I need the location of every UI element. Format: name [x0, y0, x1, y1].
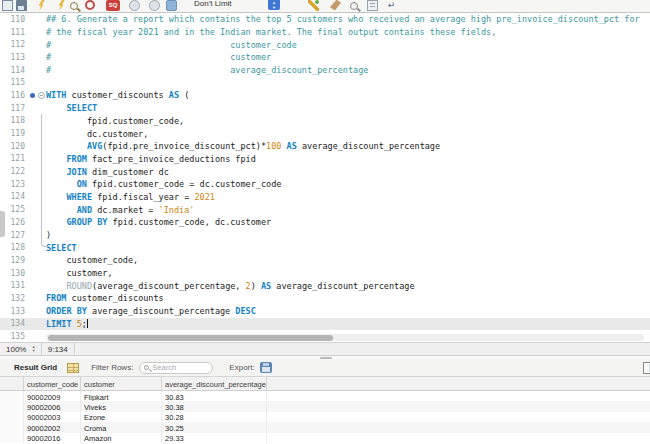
code-text: SELECT: [46, 103, 97, 113]
code-line[interactable]: 112# customer_code: [0, 38, 650, 51]
code-line[interactable]: 132FROM customer_discounts: [0, 292, 650, 305]
explain-icon[interactable]: [70, 2, 78, 10]
code-text: # the fiscal year 2021 and in the Indian…: [46, 27, 496, 37]
mysql-workbench-window: SQ Don't Limit ▲▼ ↵ 110## 6. Generate a …: [0, 0, 650, 444]
code-text: dc.customer,: [46, 129, 148, 139]
column-header[interactable]: customer_code: [24, 377, 81, 390]
wrap-text-icon[interactable]: ↵: [386, 0, 397, 11]
table-cell[interactable]: Ezone: [81, 412, 162, 422]
stop-on-error-icon[interactable]: SQ: [106, 0, 120, 11]
execute-icon[interactable]: [36, 0, 47, 11]
code-line[interactable]: 125 AND dc.market = 'India': [0, 203, 650, 216]
table-cell[interactable]: 30.28: [162, 412, 267, 422]
autocommit-icon[interactable]: [166, 0, 177, 11]
code-line[interactable]: 116WITH customer_discounts AS (: [0, 89, 650, 102]
line-number: 115: [0, 78, 28, 87]
column-header[interactable]: customer: [81, 377, 162, 390]
code-line[interactable]: 117 SELECT: [0, 102, 650, 115]
find-icon[interactable]: [350, 2, 358, 10]
code-line[interactable]: 127): [0, 229, 650, 242]
row-selector-cell[interactable]: [0, 412, 24, 422]
scrollbar-thumb[interactable]: [48, 335, 333, 341]
rollback-icon[interactable]: [149, 0, 160, 11]
table-cell[interactable]: Croma: [81, 422, 162, 432]
code-line[interactable]: 113# customer: [0, 51, 650, 64]
code-line[interactable]: 124 WHERE fpid.fiscal_year = 2021: [0, 191, 650, 204]
row-selector-cell[interactable]: [0, 433, 24, 443]
code-line[interactable]: 121 FROM fact_pre_invoice_deductions fpi…: [0, 153, 650, 166]
table-cell[interactable]: 30.25: [162, 422, 267, 432]
commit-icon[interactable]: [129, 0, 140, 11]
cleanup-brush-icon[interactable]: [330, 0, 341, 11]
empty-column-header: [267, 377, 650, 390]
line-number: 112: [0, 40, 28, 49]
filter-search-input[interactable]: [152, 363, 210, 372]
row-selector-cell[interactable]: [0, 391, 24, 401]
code-text: # average_discount_percentage: [46, 65, 368, 75]
save-script-icon[interactable]: [16, 0, 27, 11]
panel-toggle-icon[interactable]: [643, 362, 650, 374]
zoom-stepper[interactable]: ▴▾: [32, 345, 34, 353]
open-script-icon[interactable]: [2, 0, 13, 11]
line-number: 123: [0, 180, 28, 189]
code-line[interactable]: 133ORDER BY average_discount_percentage …: [0, 305, 650, 318]
table-row[interactable]: 90002009Flipkart30.83: [0, 391, 650, 401]
row-selector-cell[interactable]: [0, 422, 24, 432]
code-line[interactable]: 110## 6. Generate a report which contain…: [0, 13, 650, 26]
code-text: FROM fact_pre_invoice_deductions fpid: [46, 154, 256, 164]
table-cell[interactable]: 90002002: [24, 422, 81, 432]
table-cell[interactable]: 29.33: [162, 433, 267, 443]
table-cell[interactable]: 90002003: [24, 412, 81, 422]
table-row[interactable]: 90002006Viveks30.38: [0, 401, 650, 411]
dropdown-arrows-icon[interactable]: ▲▼: [268, 0, 280, 10]
column-header[interactable]: average_discount_percentage: [162, 377, 267, 390]
code-line[interactable]: 123 ON fpid.customer_code = dc.customer_…: [0, 178, 650, 191]
code-line[interactable]: 111# the fiscal year 2021 and in the Ind…: [0, 26, 650, 39]
table-cell[interactable]: Flipkart: [81, 391, 162, 401]
code-line[interactable]: 131 ROUND(average_discount_percentage, 2…: [0, 279, 650, 292]
filter-rows-label: Filter Rows:: [91, 363, 133, 372]
code-line[interactable]: 134LIMIT 5;: [0, 318, 650, 331]
code-line[interactable]: 115: [0, 76, 650, 89]
export-recordset-icon[interactable]: [260, 362, 272, 373]
code-line[interactable]: 122 JOIN dim_customer dc: [0, 165, 650, 178]
code-line[interactable]: 128SELECT: [0, 241, 650, 254]
code-line[interactable]: 118 fpid.customer_code,: [0, 115, 650, 128]
row-selector-cell[interactable]: [0, 401, 24, 411]
line-number: 117: [0, 104, 28, 113]
table-row[interactable]: 90002002Croma30.25: [0, 422, 650, 432]
table-cell[interactable]: 30.38: [162, 401, 267, 411]
table-cell[interactable]: 30.83: [162, 391, 267, 401]
line-number: 132: [0, 294, 28, 303]
table-row[interactable]: 90002003Ezone30.28: [0, 412, 650, 422]
sql-code-editor[interactable]: 110## 6. Generate a report which contain…: [0, 13, 650, 342]
table-row[interactable]: 90002016Amazon29.33: [0, 433, 650, 443]
code-text: # customer: [46, 52, 271, 62]
code-line[interactable]: 120 AVG(fpid.pre_invoice_discount_pct)*1…: [0, 140, 650, 153]
stop-icon[interactable]: [85, 0, 95, 10]
limit-rows-dropdown[interactable]: Don't Limit ▲▼: [192, 0, 280, 12]
line-number: 124: [0, 192, 28, 201]
code-line[interactable]: 114# average_discount_percentage: [0, 64, 650, 77]
code-text: AND dc.market = 'India': [46, 205, 194, 215]
table-cell[interactable]: 90002006: [24, 401, 81, 411]
result-table-header: customer_codecustomeraverage_discount_pe…: [0, 377, 650, 391]
table-cell[interactable]: 90002009: [24, 391, 81, 401]
line-number: 110: [0, 15, 28, 24]
invisible-chars-icon[interactable]: [367, 0, 378, 11]
horizontal-scrollbar[interactable]: [46, 334, 644, 341]
code-line[interactable]: 129 customer_code,: [0, 254, 650, 267]
fold-toggle-icon[interactable]: [38, 92, 45, 99]
grid-view-icon[interactable]: [67, 363, 79, 373]
line-number: 116: [0, 91, 28, 100]
code-line[interactable]: 126 GROUP BY fpid.customer_code, dc.cust…: [0, 216, 650, 229]
code-line[interactable]: 119 dc.customer,: [0, 127, 650, 140]
execute-current-icon[interactable]: [56, 0, 67, 11]
filter-search-box[interactable]: [139, 362, 213, 374]
table-cell[interactable]: Amazon: [81, 433, 162, 443]
code-line[interactable]: 130 customer,: [0, 267, 650, 280]
table-cell[interactable]: 90002016: [24, 433, 81, 443]
line-number: 114: [0, 66, 28, 75]
table-cell[interactable]: Viveks: [81, 401, 162, 411]
beautify-wand-icon[interactable]: [308, 0, 319, 11]
